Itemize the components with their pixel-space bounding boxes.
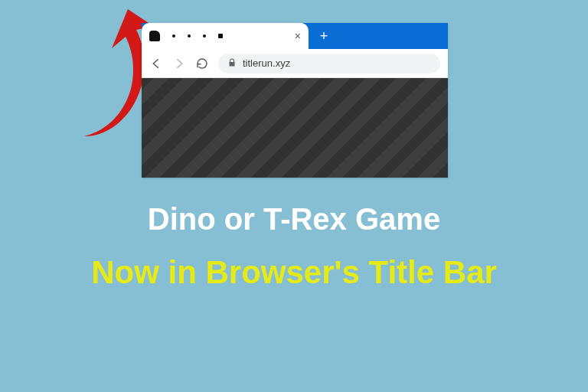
headline-secondary: Now in Browser's Title Bar (0, 253, 588, 293)
address-bar[interactable]: titlerun.xyz (218, 54, 440, 74)
dino-icon (149, 31, 160, 41)
obstacle-dot-icon (172, 34, 175, 38)
reload-button[interactable] (195, 57, 209, 70)
browser-tab[interactable]: × (142, 23, 309, 49)
page-content-placeholder (142, 78, 448, 178)
tab-title-game (149, 31, 287, 41)
plus-icon: + (320, 28, 328, 44)
headline-primary: Dino or T-Rex Game (0, 202, 588, 237)
obstacle-block-icon (218, 34, 223, 38)
url-text: titlerun.xyz (243, 57, 290, 69)
obstacle-dot-icon (203, 34, 206, 38)
tab-strip: × + (142, 23, 448, 49)
browser-toolbar: titlerun.xyz (142, 49, 448, 78)
new-tab-button[interactable]: + (313, 25, 335, 47)
obstacle-dot-icon (188, 34, 191, 38)
lock-icon (227, 57, 237, 70)
browser-mockup: × + titlerun.xyz (142, 23, 448, 178)
back-button[interactable] (149, 57, 163, 70)
forward-button[interactable] (172, 57, 186, 70)
close-tab-button[interactable]: × (295, 30, 301, 42)
